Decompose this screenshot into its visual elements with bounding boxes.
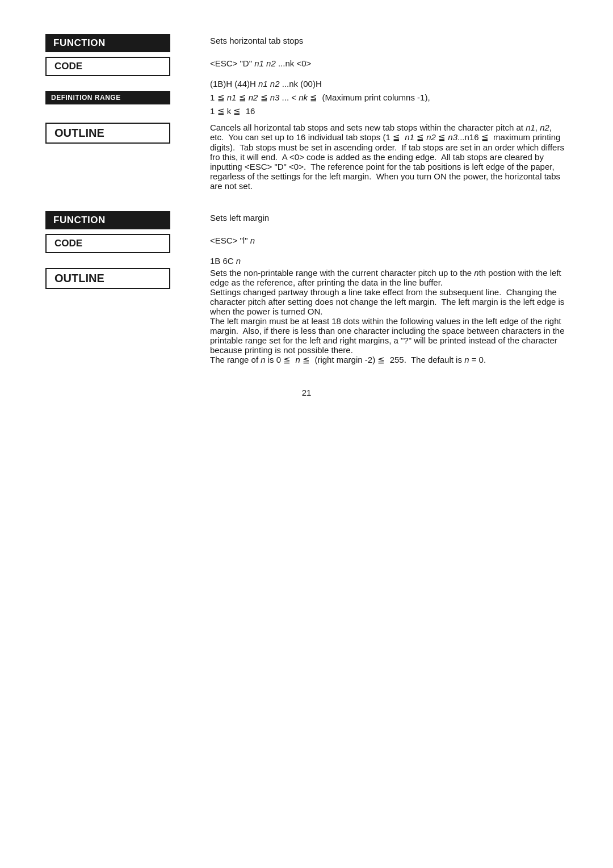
section2-code-content: <ESC> "l" n 1B 6C n xyxy=(204,234,568,268)
code-label-1: CODE xyxy=(45,57,170,76)
def-range-text1: 1 ≦ n1 ≦ n2 ≦ n3 ... < nk ≦ (Maximum pri… xyxy=(210,91,568,104)
code-text1-1: <ESC> "D" n1 n2 ...nk <0> xyxy=(210,57,568,70)
code-text2-2: 1B 6C n xyxy=(210,254,568,268)
outline-para-2-3: The range of n is 0 ≦ n ≦ (right margin … xyxy=(210,355,568,365)
outline-label-2: OUTLINE xyxy=(45,268,170,289)
function-label-1: FUNCTION xyxy=(45,34,170,52)
function-desc-2: Sets left margin xyxy=(210,211,568,225)
def-range-text2: 1 ≦ k ≦ 16 xyxy=(210,104,568,118)
section2-left-function: FUNCTION xyxy=(45,211,204,234)
outline-para-2-2: The left margin must be at least 18 dots… xyxy=(210,316,568,355)
code-text1-2: <ESC> "l" n xyxy=(210,234,568,248)
outline-para-2-0: Sets the non-printable range with the cu… xyxy=(210,268,568,287)
outline-label-1: OUTLINE xyxy=(45,123,170,144)
section2-function-desc: Sets left margin xyxy=(204,211,568,234)
function-desc-1: Sets horizontal tab stops xyxy=(210,34,568,48)
section1-left-function: FUNCTION xyxy=(45,34,204,57)
section1-outline-content: Cancels all horizontal tab stops and set… xyxy=(204,123,568,191)
section1-outline-row: OUTLINE Cancels all horizontal tab stops… xyxy=(45,123,568,191)
section2-code-row: CODE <ESC> "l" n 1B 6C n xyxy=(45,234,568,268)
section2-left-outline: OUTLINE xyxy=(45,268,204,293)
page: FUNCTION Sets horizontal tab stops CODE … xyxy=(0,0,613,868)
section-divider-1 xyxy=(45,191,568,211)
outline-para-1-0: Cancels all horizontal tab stops and set… xyxy=(210,123,568,191)
section1-left-outline: OUTLINE xyxy=(45,123,204,148)
section1-function-row: FUNCTION Sets horizontal tab stops xyxy=(45,34,568,57)
section1-definition-content: 1 ≦ n1 ≦ n2 ≦ n3 ... < nk ≦ (Maximum pri… xyxy=(204,91,568,118)
section1-code-row: CODE <ESC> "D" n1 n2 ...nk <0> (1B)H (44… xyxy=(45,57,568,91)
section1-left-code: CODE xyxy=(45,57,204,91)
section2-outline-content: Sets the non-printable range with the cu… xyxy=(204,268,568,365)
section2-function-row: FUNCTION Sets left margin xyxy=(45,211,568,234)
function-label-2: FUNCTION xyxy=(45,211,170,229)
section2-left-code: CODE xyxy=(45,234,204,268)
code-text2-1: (1B)H (44)H n1 n2 ...nk (00)H xyxy=(210,77,568,91)
section1-left-definition: DEFINITION RANGE xyxy=(45,91,204,109)
code-label-2: CODE xyxy=(45,234,170,253)
page-number: 21 xyxy=(45,388,568,397)
section2-outline-row: OUTLINE Sets the non-printable range wit… xyxy=(45,268,568,365)
section1-code-content: <ESC> "D" n1 n2 ...nk <0> (1B)H (44)H n1… xyxy=(204,57,568,91)
section1-function-desc: Sets horizontal tab stops xyxy=(204,34,568,57)
definition-label-1: DEFINITION RANGE xyxy=(45,91,170,104)
section1-definition-row: DEFINITION RANGE 1 ≦ n1 ≦ n2 ≦ n3 ... < … xyxy=(45,91,568,118)
outline-para-2-1: Settings changed partway through a line … xyxy=(210,287,568,316)
